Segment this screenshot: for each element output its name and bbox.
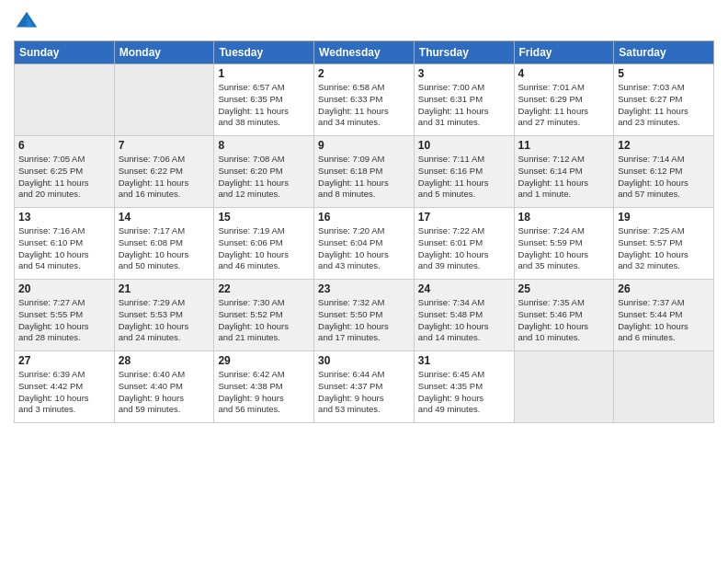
day-number: 15 <box>218 211 310 224</box>
day-number: 10 <box>418 139 510 152</box>
day-info: Sunrise: 7:03 AM Sunset: 6:27 PM Dayligh… <box>618 82 710 129</box>
calendar-cell-4-5 <box>514 351 614 423</box>
calendar-cell-0-4: 3Sunrise: 7:00 AM Sunset: 6:31 PM Daylig… <box>414 64 514 136</box>
logo <box>14 9 43 35</box>
calendar-cell-4-4: 31Sunrise: 6:45 AM Sunset: 4:35 PM Dayli… <box>414 351 514 423</box>
calendar-cell-1-1: 7Sunrise: 7:06 AM Sunset: 6:22 PM Daylig… <box>114 136 214 208</box>
weekday-header-sunday: Sunday <box>15 41 115 64</box>
day-info: Sunrise: 7:30 AM Sunset: 5:52 PM Dayligh… <box>218 297 310 344</box>
calendar-cell-4-3: 30Sunrise: 6:44 AM Sunset: 4:37 PM Dayli… <box>314 351 415 423</box>
day-info: Sunrise: 6:45 AM Sunset: 4:35 PM Dayligh… <box>418 369 510 416</box>
day-number: 2 <box>318 67 410 80</box>
calendar-cell-2-0: 13Sunrise: 7:16 AM Sunset: 6:10 PM Dayli… <box>15 208 115 280</box>
logo-icon <box>14 9 40 35</box>
calendar-cell-0-2: 1Sunrise: 6:57 AM Sunset: 6:35 PM Daylig… <box>214 64 314 136</box>
header <box>14 9 714 35</box>
day-number: 27 <box>18 354 110 367</box>
calendar-table: SundayMondayTuesdayWednesdayThursdayFrid… <box>14 40 714 423</box>
day-info: Sunrise: 7:27 AM Sunset: 5:55 PM Dayligh… <box>18 297 110 344</box>
calendar-cell-2-6: 19Sunrise: 7:25 AM Sunset: 5:57 PM Dayli… <box>614 208 714 280</box>
day-info: Sunrise: 7:16 AM Sunset: 6:10 PM Dayligh… <box>18 225 110 272</box>
day-info: Sunrise: 6:42 AM Sunset: 4:38 PM Dayligh… <box>218 369 310 416</box>
day-number: 3 <box>418 67 510 80</box>
calendar-cell-2-1: 14Sunrise: 7:17 AM Sunset: 6:08 PM Dayli… <box>114 208 214 280</box>
calendar-cell-4-2: 29Sunrise: 6:42 AM Sunset: 4:38 PM Dayli… <box>214 351 314 423</box>
page: SundayMondayTuesdayWednesdayThursdayFrid… <box>0 0 728 563</box>
weekday-header-saturday: Saturday <box>614 41 714 64</box>
week-row-1: 6Sunrise: 7:05 AM Sunset: 6:25 PM Daylig… <box>15 136 714 208</box>
day-number: 5 <box>618 67 710 80</box>
day-info: Sunrise: 7:12 AM Sunset: 6:14 PM Dayligh… <box>518 154 610 201</box>
day-info: Sunrise: 6:44 AM Sunset: 4:37 PM Dayligh… <box>318 369 410 416</box>
day-number: 8 <box>218 139 310 152</box>
day-number: 16 <box>318 211 410 224</box>
day-number: 26 <box>618 282 710 295</box>
calendar-cell-1-6: 12Sunrise: 7:14 AM Sunset: 6:12 PM Dayli… <box>614 136 714 208</box>
day-info: Sunrise: 7:20 AM Sunset: 6:04 PM Dayligh… <box>318 225 410 272</box>
day-number: 9 <box>318 139 410 152</box>
week-row-0: 1Sunrise: 6:57 AM Sunset: 6:35 PM Daylig… <box>15 64 714 136</box>
day-number: 14 <box>119 211 210 224</box>
calendar-cell-4-6 <box>614 351 714 423</box>
day-info: Sunrise: 7:19 AM Sunset: 6:06 PM Dayligh… <box>218 225 310 272</box>
calendar-cell-1-3: 9Sunrise: 7:09 AM Sunset: 6:18 PM Daylig… <box>314 136 415 208</box>
calendar-cell-1-2: 8Sunrise: 7:08 AM Sunset: 6:20 PM Daylig… <box>214 136 314 208</box>
day-info: Sunrise: 7:06 AM Sunset: 6:22 PM Dayligh… <box>119 154 210 201</box>
calendar-cell-1-5: 11Sunrise: 7:12 AM Sunset: 6:14 PM Dayli… <box>514 136 614 208</box>
week-row-2: 13Sunrise: 7:16 AM Sunset: 6:10 PM Dayli… <box>15 208 714 280</box>
calendar-cell-3-1: 21Sunrise: 7:29 AM Sunset: 5:53 PM Dayli… <box>114 280 214 351</box>
calendar-cell-2-3: 16Sunrise: 7:20 AM Sunset: 6:04 PM Dayli… <box>314 208 415 280</box>
day-info: Sunrise: 7:11 AM Sunset: 6:16 PM Dayligh… <box>418 154 510 201</box>
day-info: Sunrise: 7:05 AM Sunset: 6:25 PM Dayligh… <box>18 154 110 201</box>
day-info: Sunrise: 7:22 AM Sunset: 6:01 PM Dayligh… <box>418 225 510 272</box>
day-number: 18 <box>518 211 610 224</box>
day-info: Sunrise: 6:57 AM Sunset: 6:35 PM Dayligh… <box>218 82 310 129</box>
calendar-cell-3-6: 26Sunrise: 7:37 AM Sunset: 5:44 PM Dayli… <box>614 280 714 351</box>
calendar-cell-0-0 <box>15 64 115 136</box>
day-info: Sunrise: 6:40 AM Sunset: 4:40 PM Dayligh… <box>119 369 210 416</box>
day-number: 11 <box>518 139 610 152</box>
day-number: 6 <box>18 139 110 152</box>
calendar-cell-1-0: 6Sunrise: 7:05 AM Sunset: 6:25 PM Daylig… <box>15 136 115 208</box>
weekday-header-friday: Friday <box>514 41 614 64</box>
calendar-cell-3-4: 24Sunrise: 7:34 AM Sunset: 5:48 PM Dayli… <box>414 280 514 351</box>
calendar-cell-2-2: 15Sunrise: 7:19 AM Sunset: 6:06 PM Dayli… <box>214 208 314 280</box>
day-number: 20 <box>18 282 110 295</box>
day-info: Sunrise: 7:34 AM Sunset: 5:48 PM Dayligh… <box>418 297 510 344</box>
day-info: Sunrise: 7:24 AM Sunset: 5:59 PM Dayligh… <box>518 225 610 272</box>
day-number: 25 <box>518 282 610 295</box>
calendar-cell-2-5: 18Sunrise: 7:24 AM Sunset: 5:59 PM Dayli… <box>514 208 614 280</box>
calendar-cell-2-4: 17Sunrise: 7:22 AM Sunset: 6:01 PM Dayli… <box>414 208 514 280</box>
calendar-cell-0-3: 2Sunrise: 6:58 AM Sunset: 6:33 PM Daylig… <box>314 64 415 136</box>
weekday-header-row: SundayMondayTuesdayWednesdayThursdayFrid… <box>15 41 714 64</box>
weekday-header-wednesday: Wednesday <box>314 41 415 64</box>
day-number: 30 <box>318 354 410 367</box>
day-number: 13 <box>18 211 110 224</box>
calendar-cell-4-0: 27Sunrise: 6:39 AM Sunset: 4:42 PM Dayli… <box>15 351 115 423</box>
day-info: Sunrise: 7:08 AM Sunset: 6:20 PM Dayligh… <box>218 154 310 201</box>
day-number: 17 <box>418 211 510 224</box>
calendar-cell-1-4: 10Sunrise: 7:11 AM Sunset: 6:16 PM Dayli… <box>414 136 514 208</box>
day-info: Sunrise: 7:35 AM Sunset: 5:46 PM Dayligh… <box>518 297 610 344</box>
weekday-header-thursday: Thursday <box>414 41 514 64</box>
day-number: 4 <box>518 67 610 80</box>
day-info: Sunrise: 7:37 AM Sunset: 5:44 PM Dayligh… <box>618 297 710 344</box>
calendar-cell-3-0: 20Sunrise: 7:27 AM Sunset: 5:55 PM Dayli… <box>15 280 115 351</box>
day-number: 23 <box>318 282 410 295</box>
calendar-cell-0-1 <box>114 64 214 136</box>
day-info: Sunrise: 7:29 AM Sunset: 5:53 PM Dayligh… <box>119 297 210 344</box>
day-info: Sunrise: 7:09 AM Sunset: 6:18 PM Dayligh… <box>318 154 410 201</box>
day-number: 22 <box>218 282 310 295</box>
day-info: Sunrise: 7:17 AM Sunset: 6:08 PM Dayligh… <box>119 225 210 272</box>
day-info: Sunrise: 7:32 AM Sunset: 5:50 PM Dayligh… <box>318 297 410 344</box>
week-row-4: 27Sunrise: 6:39 AM Sunset: 4:42 PM Dayli… <box>15 351 714 423</box>
day-info: Sunrise: 7:14 AM Sunset: 6:12 PM Dayligh… <box>618 154 710 201</box>
day-number: 31 <box>418 354 510 367</box>
weekday-header-monday: Monday <box>114 41 214 64</box>
day-info: Sunrise: 6:58 AM Sunset: 6:33 PM Dayligh… <box>318 82 410 129</box>
weekday-header-tuesday: Tuesday <box>214 41 314 64</box>
day-number: 28 <box>119 354 210 367</box>
calendar-cell-0-5: 4Sunrise: 7:01 AM Sunset: 6:29 PM Daylig… <box>514 64 614 136</box>
calendar-cell-3-3: 23Sunrise: 7:32 AM Sunset: 5:50 PM Dayli… <box>314 280 415 351</box>
week-row-3: 20Sunrise: 7:27 AM Sunset: 5:55 PM Dayli… <box>15 280 714 351</box>
